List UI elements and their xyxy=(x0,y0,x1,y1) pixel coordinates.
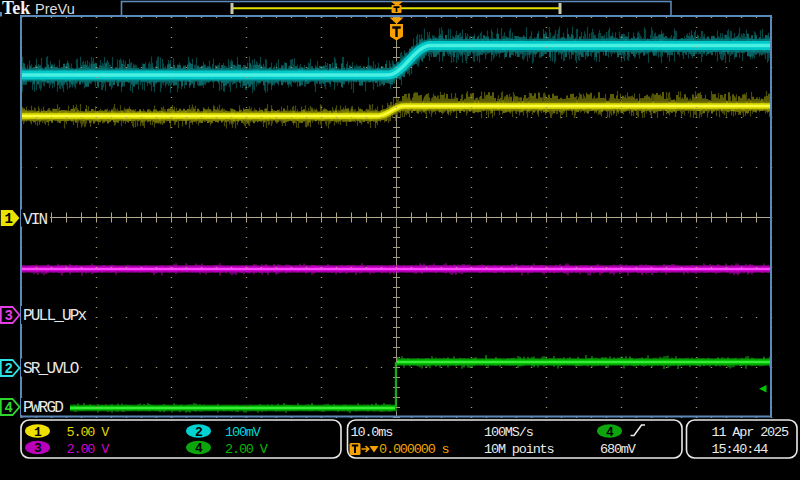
svg-text:0.000000 s: 0.000000 s xyxy=(379,442,449,457)
svg-text:3: 3 xyxy=(34,441,42,456)
svg-text:2.00 V: 2.00 V xyxy=(67,442,111,457)
svg-text:SR_UVLO: SR_UVLO xyxy=(23,360,79,378)
svg-text:4: 4 xyxy=(606,425,614,440)
svg-text:4: 4 xyxy=(195,441,203,456)
svg-text:4: 4 xyxy=(5,400,13,416)
svg-text:10.0ms: 10.0ms xyxy=(351,425,393,440)
svg-text:1: 1 xyxy=(34,425,42,440)
svg-text:100MS/s: 100MS/s xyxy=(484,425,533,440)
svg-text:PWRGD: PWRGD xyxy=(23,399,63,417)
svg-text:15:40:44: 15:40:44 xyxy=(712,442,769,457)
svg-text:10M points: 10M points xyxy=(484,442,554,457)
svg-text:2: 2 xyxy=(5,361,13,377)
svg-text:Tek: Tek xyxy=(2,0,30,18)
svg-text:11 Apr 2025: 11 Apr 2025 xyxy=(712,425,790,440)
svg-text:1: 1 xyxy=(5,211,13,227)
svg-text:680mV: 680mV xyxy=(600,442,637,457)
svg-text:100mV: 100mV xyxy=(225,425,262,440)
svg-text:5.00 V: 5.00 V xyxy=(67,425,111,440)
svg-text:3: 3 xyxy=(5,308,13,324)
svg-text:2.00 V: 2.00 V xyxy=(225,442,269,457)
svg-text:PreVu: PreVu xyxy=(35,1,75,17)
svg-text:PULL_UPx: PULL_UPx xyxy=(23,307,87,325)
svg-text:VIN: VIN xyxy=(23,211,48,229)
svg-text:2: 2 xyxy=(195,425,203,440)
